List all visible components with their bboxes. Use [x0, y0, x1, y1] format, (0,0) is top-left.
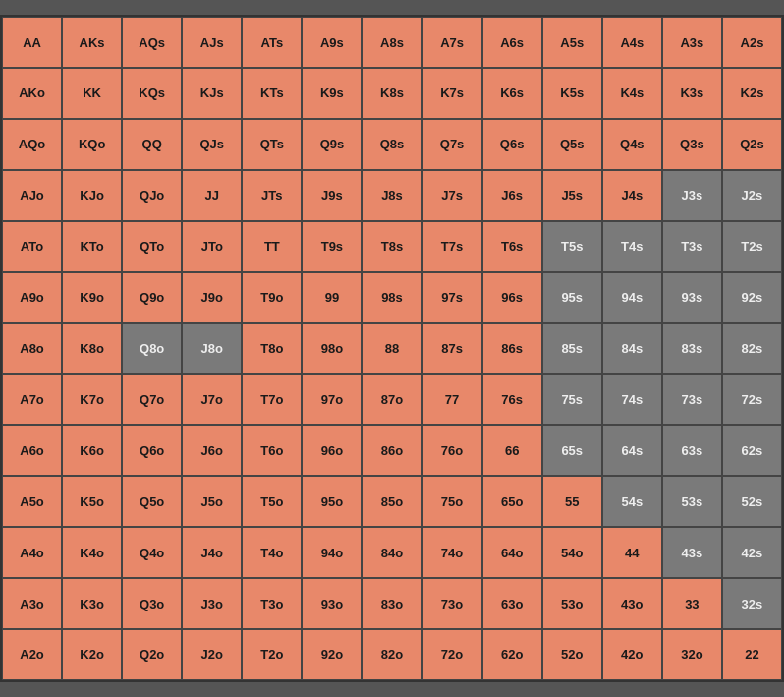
hand-cell-65o[interactable]: 65o [482, 476, 542, 527]
hand-cell-a9o[interactable]: A9o [2, 272, 62, 323]
hand-cell-aqo[interactable]: AQo [2, 119, 62, 170]
hand-cell-85o[interactable]: 85o [362, 476, 421, 527]
hand-cell-92s[interactable]: 92s [722, 272, 782, 323]
hand-cell-k2o[interactable]: K2o [62, 629, 122, 680]
hand-cell-q8o[interactable]: Q8o [122, 323, 182, 375]
hand-cell-qts[interactable]: QTs [242, 119, 302, 170]
hand-cell-a6o[interactable]: A6o [2, 425, 62, 476]
hand-cell-q7o[interactable]: Q7o [122, 374, 182, 425]
hand-cell-kjo[interactable]: KJo [62, 170, 122, 221]
hand-cell-54s[interactable]: 54s [602, 476, 662, 527]
hand-cell-62o[interactable]: 62o [482, 629, 542, 680]
hand-cell-a3s[interactable]: A3s [662, 17, 722, 68]
hand-cell-t2o[interactable]: T2o [242, 629, 302, 680]
hand-cell-q2s[interactable]: Q2s [722, 119, 782, 170]
hand-cell-82o[interactable]: 82o [362, 629, 421, 680]
hand-cell-76o[interactable]: 76o [422, 425, 482, 476]
hand-cell-j7o[interactable]: J7o [182, 374, 242, 425]
hand-cell-qjs[interactable]: QJs [182, 119, 242, 170]
hand-cell-82s[interactable]: 82s [722, 323, 782, 375]
hand-cell-a5o[interactable]: A5o [2, 476, 62, 527]
hand-cell-97o[interactable]: 97o [302, 374, 362, 425]
hand-cell-93s[interactable]: 93s [662, 272, 722, 323]
hand-cell-t9o[interactable]: T9o [242, 272, 302, 323]
hand-cell-k2s[interactable]: K2s [722, 68, 782, 119]
hand-cell-kto[interactable]: KTo [62, 221, 122, 272]
hand-cell-a9s[interactable]: A9s [302, 17, 362, 68]
hand-cell-k5s[interactable]: K5s [542, 68, 602, 119]
hand-cell-j5s[interactable]: J5s [542, 170, 602, 221]
hand-cell-q3o[interactable]: Q3o [122, 578, 182, 629]
hand-cell-a3o[interactable]: A3o [2, 578, 62, 629]
hand-cell-q9o[interactable]: Q9o [122, 272, 182, 323]
hand-cell-ajs[interactable]: AJs [182, 17, 242, 68]
hand-cell-75o[interactable]: 75o [422, 476, 482, 527]
hand-cell-q6o[interactable]: Q6o [122, 425, 182, 476]
hand-cell-k3s[interactable]: K3s [662, 68, 722, 119]
hand-cell-j5o[interactable]: J5o [182, 476, 242, 527]
hand-cell-62s[interactable]: 62s [722, 425, 782, 476]
hand-cell-85s[interactable]: 85s [542, 323, 602, 375]
hand-cell-a2o[interactable]: A2o [2, 629, 62, 680]
hand-cell-98s[interactable]: 98s [362, 272, 421, 323]
hand-cell-jts[interactable]: JTs [242, 170, 302, 221]
hand-cell-j4s[interactable]: J4s [602, 170, 662, 221]
hand-cell-kts[interactable]: KTs [242, 68, 302, 119]
hand-cell-ajo[interactable]: AJo [2, 170, 62, 221]
hand-cell-55[interactable]: 55 [542, 476, 602, 527]
hand-cell-ato[interactable]: ATo [2, 221, 62, 272]
hand-cell-44[interactable]: 44 [602, 527, 662, 578]
hand-cell-t4s[interactable]: T4s [602, 221, 662, 272]
hand-cell-t7o[interactable]: T7o [242, 374, 302, 425]
hand-cell-32o[interactable]: 32o [662, 629, 722, 680]
hand-cell-52s[interactable]: 52s [722, 476, 782, 527]
hand-cell-86s[interactable]: 86s [482, 323, 542, 375]
hand-cell-q2o[interactable]: Q2o [122, 629, 182, 680]
hand-cell-q4o[interactable]: Q4o [122, 527, 182, 578]
hand-cell-tt[interactable]: TT [242, 221, 302, 272]
hand-cell-t7s[interactable]: T7s [422, 221, 482, 272]
hand-cell-q5s[interactable]: Q5s [542, 119, 602, 170]
hand-cell-74s[interactable]: 74s [602, 374, 662, 425]
hand-cell-kjs[interactable]: KJs [182, 68, 242, 119]
hand-cell-52o[interactable]: 52o [542, 629, 602, 680]
hand-cell-72o[interactable]: 72o [422, 629, 482, 680]
hand-cell-qto[interactable]: QTo [122, 221, 182, 272]
hand-cell-k9s[interactable]: K9s [302, 68, 362, 119]
hand-cell-k9o[interactable]: K9o [62, 272, 122, 323]
hand-cell-72s[interactable]: 72s [722, 374, 782, 425]
hand-cell-99[interactable]: 99 [302, 272, 362, 323]
hand-cell-53s[interactable]: 53s [662, 476, 722, 527]
hand-cell-j2o[interactable]: J2o [182, 629, 242, 680]
hand-cell-q5o[interactable]: Q5o [122, 476, 182, 527]
hand-cell-66[interactable]: 66 [482, 425, 542, 476]
hand-cell-t5s[interactable]: T5s [542, 221, 602, 272]
hand-cell-63o[interactable]: 63o [482, 578, 542, 629]
hand-cell-j3o[interactable]: J3o [182, 578, 242, 629]
hand-cell-54o[interactable]: 54o [542, 527, 602, 578]
hand-cell-53o[interactable]: 53o [542, 578, 602, 629]
hand-cell-77[interactable]: 77 [422, 374, 482, 425]
hand-cell-42o[interactable]: 42o [602, 629, 662, 680]
hand-cell-qjo[interactable]: QJo [122, 170, 182, 221]
hand-cell-t2s[interactable]: T2s [722, 221, 782, 272]
hand-cell-k3o[interactable]: K3o [62, 578, 122, 629]
hand-cell-q8s[interactable]: Q8s [362, 119, 421, 170]
hand-cell-k6s[interactable]: K6s [482, 68, 542, 119]
hand-cell-k7s[interactable]: K7s [422, 68, 482, 119]
hand-cell-43s[interactable]: 43s [662, 527, 722, 578]
hand-cell-a4o[interactable]: A4o [2, 527, 62, 578]
hand-cell-96o[interactable]: 96o [302, 425, 362, 476]
hand-cell-ako[interactable]: AKo [2, 68, 62, 119]
hand-cell-84s[interactable]: 84s [602, 323, 662, 375]
hand-cell-j4o[interactable]: J4o [182, 527, 242, 578]
hand-cell-aks[interactable]: AKs [62, 17, 122, 68]
hand-cell-94o[interactable]: 94o [302, 527, 362, 578]
hand-cell-a6s[interactable]: A6s [482, 17, 542, 68]
hand-cell-33[interactable]: 33 [662, 578, 722, 629]
hand-cell-87s[interactable]: 87s [422, 323, 482, 375]
hand-cell-k7o[interactable]: K7o [62, 374, 122, 425]
hand-cell-87o[interactable]: 87o [362, 374, 421, 425]
hand-cell-42s[interactable]: 42s [722, 527, 782, 578]
hand-cell-j8s[interactable]: J8s [362, 170, 421, 221]
